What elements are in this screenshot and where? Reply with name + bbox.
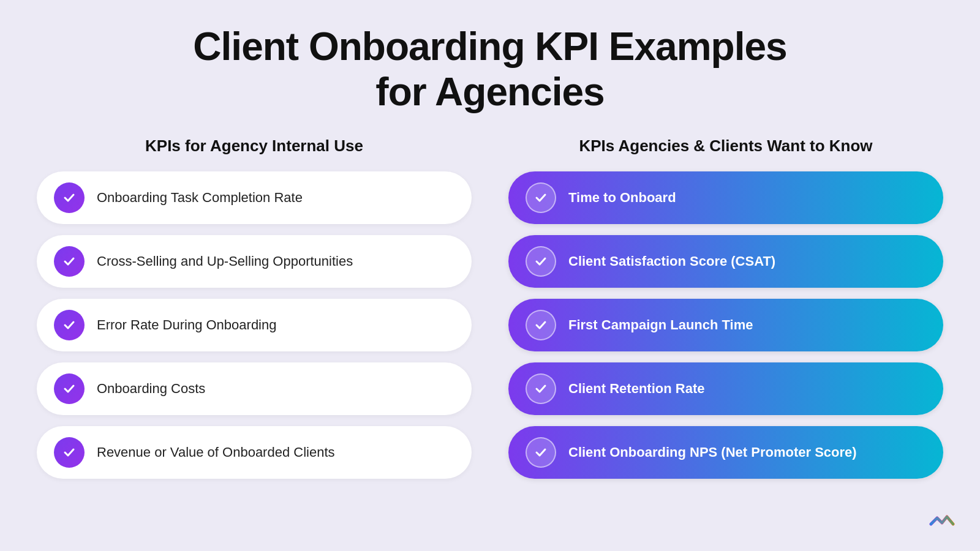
list-item-text: Time to Onboard: [568, 190, 676, 206]
check-icon: [526, 182, 556, 213]
list-item: Client Satisfaction Score (CSAT): [508, 235, 943, 288]
check-icon: [54, 182, 85, 213]
check-icon: [526, 310, 556, 340]
left-column: KPIs for Agency Internal Use Onboarding …: [37, 137, 472, 479]
list-item-text: Client Satisfaction Score (CSAT): [568, 253, 775, 269]
left-column-title: KPIs for Agency Internal Use: [145, 137, 363, 156]
list-item-text: Error Rate During Onboarding: [97, 317, 276, 333]
list-item: First Campaign Launch Time: [508, 299, 943, 351]
list-item-text: Onboarding Costs: [97, 381, 205, 397]
check-icon: [54, 310, 85, 340]
list-item-text: Onboarding Task Completion Rate: [97, 190, 303, 206]
right-column: KPIs Agencies & Clients Want to Know Tim…: [508, 137, 943, 479]
list-item: Cross-Selling and Up-Selling Opportuniti…: [37, 235, 472, 288]
check-icon: [54, 373, 85, 404]
list-item-text: Client Onboarding NPS (Net Promoter Scor…: [568, 444, 857, 460]
check-icon: [526, 246, 556, 277]
check-icon: [54, 246, 85, 277]
check-icon: [526, 437, 556, 468]
page-title: Client Onboarding KPI Examples for Agenc…: [193, 24, 786, 114]
list-item: Onboarding Costs: [37, 362, 472, 415]
list-item: Client Retention Rate: [508, 362, 943, 415]
list-item: Time to Onboard: [508, 171, 943, 224]
check-icon: [54, 437, 85, 468]
list-item-text: Client Retention Rate: [568, 381, 704, 397]
list-item-text: Revenue or Value of Onboarded Clients: [97, 444, 335, 460]
list-item-text: First Campaign Launch Time: [568, 317, 753, 333]
check-icon: [526, 373, 556, 404]
list-item: Client Onboarding NPS (Net Promoter Scor…: [508, 426, 943, 479]
columns-wrapper: KPIs for Agency Internal Use Onboarding …: [37, 137, 943, 479]
list-item: Error Rate During Onboarding: [37, 299, 472, 351]
list-item: Revenue or Value of Onboarded Clients: [37, 426, 472, 479]
list-item-text: Cross-Selling and Up-Selling Opportuniti…: [97, 253, 353, 269]
list-item: Onboarding Task Completion Rate: [37, 171, 472, 224]
right-column-title: KPIs Agencies & Clients Want to Know: [579, 137, 872, 156]
clickup-logo: [926, 502, 958, 536]
